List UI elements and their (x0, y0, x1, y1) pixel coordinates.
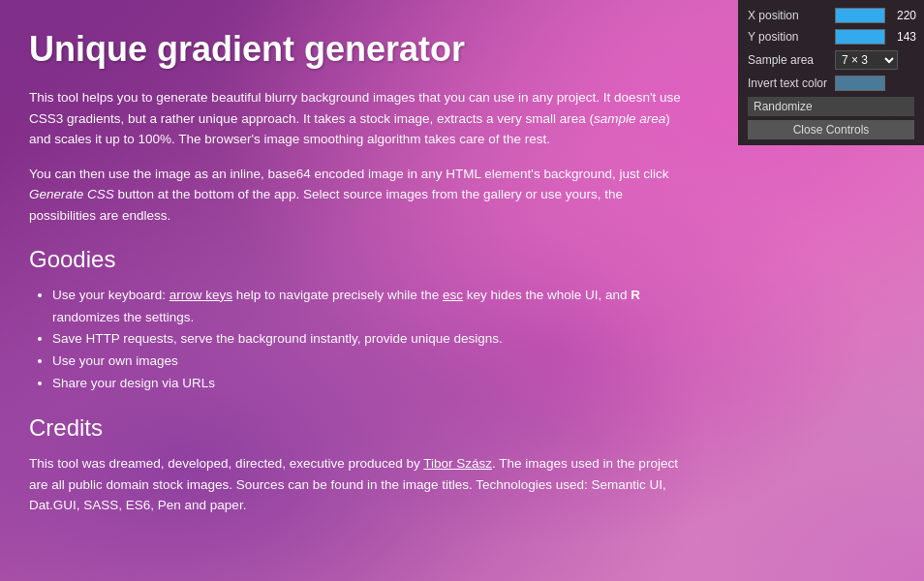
list-item: Use your keyboard: arrow keys help to na… (52, 285, 688, 329)
goodies-list: Use your keyboard: arrow keys help to na… (29, 285, 688, 396)
intro-paragraph-1: This tool helps you to generate beautifu… (29, 87, 688, 150)
y-position-label: Y position (748, 30, 835, 44)
credits-paragraph: This tool was dreamed, developed, direct… (29, 453, 688, 516)
controls-panel: X position 220 Y position 143 Sample are… (738, 0, 924, 145)
list-item: Use your own images (52, 351, 688, 373)
sample-area-label: Sample area (748, 53, 835, 67)
y-position-swatch[interactable] (835, 29, 885, 45)
intro-paragraph-2: You can then use the image as an inline,… (29, 164, 688, 227)
randomize-button[interactable]: Randomize (748, 97, 914, 116)
credits-heading: Credits (29, 414, 688, 442)
list-item: Share your design via URLs (52, 373, 688, 395)
x-position-value: 220 (889, 9, 916, 22)
y-position-row: Y position 143 (748, 29, 914, 45)
invert-text-row: Invert text color (748, 76, 914, 91)
invert-text-swatch[interactable] (835, 76, 885, 91)
x-position-swatch[interactable] (835, 8, 885, 23)
page-title: Unique gradient generator (29, 29, 688, 70)
list-item: Save HTTP requests, serve the background… (52, 328, 688, 351)
sample-area-select[interactable]: 7 × 3 5 × 5 10 × 5 15 × 10 (835, 50, 898, 70)
x-position-label: X position (748, 9, 835, 22)
sample-area-row: Sample area 7 × 3 5 × 5 10 × 5 15 × 10 (748, 50, 914, 70)
goodies-heading: Goodies (29, 246, 688, 273)
y-position-value: 143 (889, 30, 916, 44)
close-controls-button[interactable]: Close Controls (748, 120, 914, 139)
invert-text-label: Invert text color (748, 76, 835, 90)
x-position-row: X position 220 (748, 8, 914, 23)
credits-author-link[interactable]: Tibor Szász (423, 456, 492, 471)
